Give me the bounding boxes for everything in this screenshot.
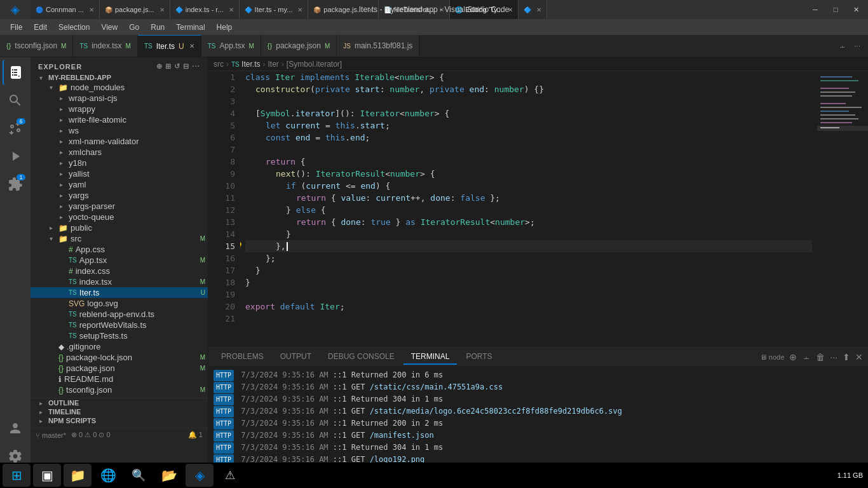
taskbar-explorer-btn[interactable]: 📁 <box>64 464 92 487</box>
tab-close-iter[interactable]: ✕ <box>189 43 194 50</box>
activity-extensions[interactable]: 1 <box>3 172 28 197</box>
tree-iter-ts[interactable]: ▸ TS Iter.ts U <box>31 287 208 298</box>
taskbar-search-btn[interactable]: 🔍 <box>125 464 153 487</box>
tree-setup-tests[interactable]: ▸ TS setupTests.ts <box>31 330 208 341</box>
tab-tsconfig[interactable]: {} tsconfig.json M <box>0 35 73 57</box>
tab-package-json[interactable]: {} package.json M <box>261 35 337 57</box>
tree-public[interactable]: ▸ 📁 public <box>31 222 208 233</box>
tree-index-css[interactable]: ▸ # index.css <box>31 266 208 276</box>
panel-tab-output[interactable]: OUTPUT <box>273 349 319 365</box>
new-folder-button[interactable]: ⊞ <box>165 62 172 71</box>
chrome-tab-connman[interactable]: 🔵 Connman ... ✕ <box>31 0 100 19</box>
breadcrumb-symbol-iterator[interactable]: [Symbol.iterator] <box>287 60 342 69</box>
tree-ws[interactable]: ▸ ws <box>31 125 208 136</box>
trash-terminal-button[interactable]: 🗑 <box>816 352 825 362</box>
split-editor-button[interactable]: ⫠ <box>836 40 849 51</box>
tree-index-tsx[interactable]: ▸ TS index.tsx M <box>31 276 208 287</box>
menu-view[interactable]: View <box>96 22 123 33</box>
tree-yallist[interactable]: ▸ yallist <box>31 168 208 179</box>
activity-run-debug[interactable] <box>3 144 28 169</box>
close-panel-button[interactable]: ✕ <box>855 352 863 362</box>
tree-npm-scripts-section[interactable]: ▸ NPM SCRIPTS <box>31 416 208 425</box>
tree-yargs[interactable]: ▸ yargs <box>31 190 208 201</box>
chrome-tab-close[interactable]: ✕ <box>229 6 234 13</box>
tree-yargs-parser[interactable]: ▸ yargs-parser <box>31 201 208 212</box>
new-terminal-button[interactable]: ⊕ <box>789 352 797 362</box>
taskbar-terminal[interactable]: ▣ <box>33 464 61 487</box>
more-terminal-button[interactable]: ··· <box>830 352 837 362</box>
activity-explorer[interactable] <box>3 60 28 85</box>
tab-app-tsx[interactable]: TS App.tsx M <box>201 35 261 57</box>
split-terminal-button[interactable]: ⫠ <box>802 352 811 362</box>
activity-account[interactable] <box>3 416 28 441</box>
tree-logo-svg[interactable]: ▸ SVG logo.svg <box>31 298 208 309</box>
tree-gitignore[interactable]: ▸ ◆ .gitignore <box>31 341 208 352</box>
chrome-tab-package1[interactable]: 📦 package.js... ✕ <box>100 0 170 19</box>
panel-tab-ports[interactable]: PORTS <box>458 349 499 365</box>
menu-edit[interactable]: Edit <box>29 22 52 33</box>
panel-tab-debug-console[interactable]: DEBUG CONSOLE <box>320 349 402 365</box>
maximize-button[interactable]: □ <box>826 0 845 19</box>
tree-package-lock[interactable]: ▸ {} package-lock.json M <box>31 352 208 363</box>
breadcrumb-src[interactable]: src <box>214 60 224 69</box>
panel-tab-terminal[interactable]: TERMINAL <box>403 349 458 365</box>
tree-xml-name-validator[interactable]: ▸ xml-name-validator <box>31 136 208 147</box>
menu-selection[interactable]: Selection <box>53 22 95 33</box>
menu-terminal[interactable]: Terminal <box>171 22 210 33</box>
code-editor[interactable]: class Iter implements Iterable<number> {… <box>240 71 817 347</box>
tree-app-tsx[interactable]: ▸ TS App.tsx M <box>31 255 208 266</box>
tree-write-file-atomic[interactable]: ▸ write-file-atomic <box>31 114 208 125</box>
chrome-tab-close[interactable]: ✕ <box>297 6 302 13</box>
tree-wrappy[interactable]: ▸ wrappy <box>31 104 208 114</box>
menu-file[interactable]: File <box>5 22 27 33</box>
chrome-tab-close[interactable]: ✕ <box>89 6 94 13</box>
git-branch-status[interactable]: ⑂ master* <box>36 431 66 439</box>
refresh-button[interactable]: ↺ <box>174 62 180 71</box>
menu-help[interactable]: Help <box>212 22 238 33</box>
notification-icon[interactable]: 🔔 1 <box>188 431 203 439</box>
activity-source-control[interactable]: 6 <box>3 116 28 141</box>
tree-outline-section[interactable]: ▸ OUTLINE <box>31 398 208 407</box>
new-file-button[interactable]: ⊕ <box>156 62 163 71</box>
tree-node-modules[interactable]: ▾ 📁 node_modules <box>31 82 208 93</box>
tab-index-tsx[interactable]: TS index.tsx M <box>73 35 137 57</box>
chrome-tab-index[interactable]: 🔷 index.ts - r... ✕ <box>170 0 240 19</box>
tree-yocto-queue[interactable]: ▸ yocto-queue <box>31 212 208 222</box>
tree-app-css[interactable]: ▸ # App.css <box>31 244 208 255</box>
breadcrumb-iter-class[interactable]: Iter <box>268 60 278 69</box>
close-button[interactable]: ✕ <box>846 0 865 19</box>
menu-go[interactable]: Go <box>124 22 144 33</box>
chrome-tab-close[interactable]: ✕ <box>536 6 541 13</box>
lightbulb-icon[interactable]: 💡 <box>240 240 243 252</box>
tree-report-web-vitals[interactable]: ▸ TS reportWebVitals.ts <box>31 320 208 330</box>
tab-main-js[interactable]: JS main.513bf081.js <box>337 35 419 57</box>
breadcrumb-iter-ts[interactable]: TS Iter.ts <box>231 60 260 69</box>
tree-readme[interactable]: ▸ ℹ README.md <box>31 374 208 384</box>
tree-wrap-ansi-cjs[interactable]: ▸ wrap-ansi-cjs <box>31 93 208 104</box>
tree-src[interactable]: ▾ 📁 src M <box>31 233 208 244</box>
tree-yaml[interactable]: ▸ yaml <box>31 179 208 190</box>
menu-run[interactable]: Run <box>146 22 170 33</box>
taskbar-files[interactable]: 📂 <box>155 464 183 487</box>
chrome-tab-close[interactable]: ✕ <box>159 6 165 13</box>
activity-search[interactable] <box>3 88 28 113</box>
tree-tsconfig[interactable]: ▸ {} tsconfig.json M <box>31 384 208 395</box>
tree-y18n[interactable]: ▸ y18n <box>31 158 208 168</box>
more-options-button[interactable]: ··· <box>193 62 200 71</box>
tree-reblend-env[interactable]: ▸ TS reblend-app-env.d.ts <box>31 309 208 320</box>
tree-timeline-section[interactable]: ▸ TIMELINE <box>31 407 208 416</box>
terminal-content[interactable]: HTTP 7/3/2024 9:35:16 AM ::1 Returned 20… <box>208 367 868 474</box>
taskbar-chrome[interactable]: 🌐 <box>94 464 122 487</box>
taskbar-warning[interactable]: ⚠ <box>216 464 244 487</box>
tree-app-root[interactable]: ▾ MY-REBLEND-APP <box>31 73 208 82</box>
maximize-panel-button[interactable]: ⬆ <box>843 352 850 362</box>
taskbar-vscode[interactable]: ◈ <box>186 464 214 487</box>
tab-iter-ts[interactable]: TS Iter.ts U ✕ <box>138 35 201 57</box>
chrome-tab-iter[interactable]: 🔷 Iter.ts - my... ✕ <box>240 0 309 19</box>
tree-package-json[interactable]: ▸ {} package.json M <box>31 363 208 374</box>
minimize-button[interactable]: ─ <box>806 0 825 19</box>
chrome-tab-vscode[interactable]: 🔷 ✕ <box>519 0 547 19</box>
panel-tab-problems[interactable]: PROBLEMS <box>214 349 271 365</box>
taskbar-windows[interactable]: ⊞ <box>3 464 31 487</box>
more-actions-button[interactable]: ··· <box>851 40 863 51</box>
